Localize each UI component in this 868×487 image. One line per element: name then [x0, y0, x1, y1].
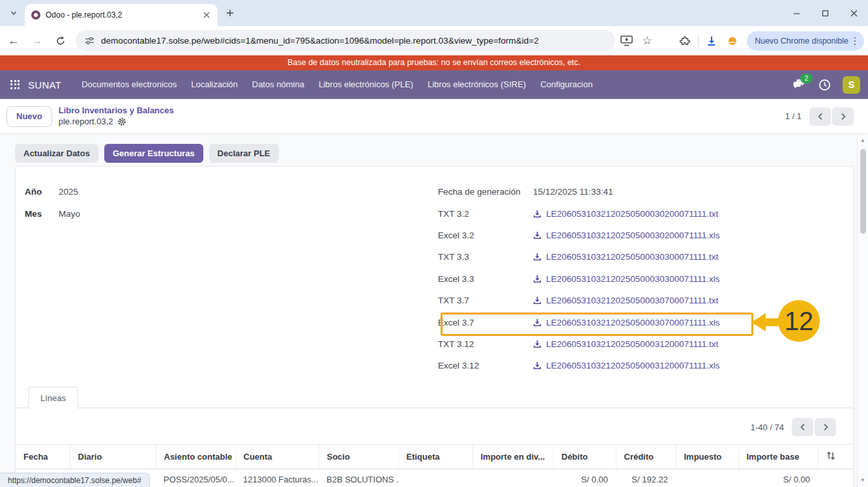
col-etiqueta[interactable]: Etiqueta: [398, 445, 472, 469]
control-panel: Nuevo Libro Inventarios y Balances ple.r…: [0, 99, 868, 134]
file-download-link[interactable]: LE2060531032120250500031200071111.xls: [533, 361, 720, 370]
download-icon: [533, 253, 542, 261]
tab-close-icon[interactable]: [201, 9, 212, 21]
downloads-icon[interactable]: [701, 31, 722, 51]
file-download-link[interactable]: LE2060531032120250500030300071111.xls: [533, 274, 720, 284]
lines-pager-next-button[interactable]: [815, 418, 836, 436]
file-row-txt37: TXT 3.7 LE206053103212025050003070007111…: [438, 290, 803, 311]
menu-libros-sire[interactable]: Libros electrónicos (SIRE): [420, 70, 533, 99]
field-label: TXT 3.3: [438, 252, 533, 262]
tab-search-button[interactable]: [5, 5, 22, 21]
col-socio[interactable]: Socio: [319, 445, 398, 469]
user-avatar[interactable]: S: [843, 76, 860, 94]
apps-grid-icon[interactable]: [10, 80, 20, 90]
col-debito[interactable]: Débito: [553, 445, 616, 469]
chat-unread-badge: 2: [800, 74, 813, 83]
pager-previous-button[interactable]: [809, 107, 831, 126]
cell-credito[interactable]: S/ 192.22: [616, 469, 676, 487]
menu-datos-nomina[interactable]: Datos nómina: [245, 70, 311, 99]
screenshot-root: Odoo - ple.report.03,2 ← → democontable1…: [0, 0, 868, 487]
new-tab-button[interactable]: [222, 5, 239, 21]
cell-asiento[interactable]: POSS/2025/05/0...: [156, 469, 235, 487]
menu-documentos-electronicos[interactable]: Documentos electronicos: [74, 70, 184, 99]
field-label: Excel 3.12: [438, 361, 533, 370]
col-credito[interactable]: Crédito: [616, 445, 676, 469]
back-icon[interactable]: ←: [4, 31, 23, 51]
actualizar-datos-button[interactable]: Actualizar Datos: [15, 144, 98, 163]
generation-date-label: Fecha de generación: [438, 187, 533, 197]
lines-pager-previous-button[interactable]: [792, 418, 813, 436]
cell-importe-divisa[interactable]: [472, 469, 553, 487]
col-fecha[interactable]: Fecha: [16, 445, 70, 469]
bookmark-star-icon[interactable]: ☆: [637, 31, 658, 51]
file-download-link[interactable]: LE2060531032120250500030200071111.xls: [533, 230, 720, 240]
generar-estructuras-button[interactable]: Generar Estructuras: [104, 144, 203, 163]
reload-icon[interactable]: [51, 31, 70, 51]
cell-impuesto[interactable]: [676, 469, 738, 487]
field-label: TXT 3.7: [438, 296, 533, 305]
annotation-step-number: 12: [785, 307, 814, 336]
scroll-up-icon[interactable]: ▲: [860, 136, 865, 145]
extension-badge-icon[interactable]: [722, 31, 743, 51]
plus-icon: [225, 8, 235, 18]
col-cuenta[interactable]: Cuenta: [235, 445, 319, 469]
url-text: democontable17.solse.pe/web#cids=1&menu_…: [101, 36, 539, 46]
cell-cuenta[interactable]: 1213000 Facturas...: [235, 469, 319, 487]
activity-clock-icon[interactable]: [818, 79, 831, 91]
col-options: [818, 445, 853, 469]
vertical-scrollbar[interactable]: ▲ ▼: [857, 134, 868, 487]
download-icon: [533, 361, 542, 370]
form-sheet: Año 2025 Mes Mayo Fecha de generación 15…: [15, 166, 854, 487]
adjust-columns-icon[interactable]: [826, 451, 835, 460]
menu-configuracion[interactable]: Configuracion: [533, 70, 600, 99]
file-name: LE2060531032120250500031200071111.txt: [546, 339, 718, 349]
file-download-link[interactable]: LE2060531032120250500030300071111.txt: [533, 252, 718, 262]
scrollbar-thumb[interactable]: [860, 149, 866, 234]
col-asiento[interactable]: Asiento contable: [156, 445, 235, 469]
col-importe-divisa[interactable]: Importe en div...: [472, 445, 553, 469]
window-close-icon[interactable]: [839, 0, 868, 26]
install-app-icon[interactable]: [616, 31, 637, 51]
maximize-icon[interactable]: [811, 0, 839, 26]
col-impuesto[interactable]: Impuesto: [676, 445, 738, 469]
tab-lineas[interactable]: Líneas: [28, 387, 78, 409]
file-download-link[interactable]: LE2060531032120250500031200071111.txt: [533, 339, 718, 349]
statusbar-buttons: Actualizar Datos Generar Estructuras Dec…: [15, 144, 279, 163]
browser-tab[interactable]: Odoo - ple.report.03,2: [25, 4, 218, 26]
form-view: Actualizar Datos Generar Estructuras Dec…: [0, 134, 868, 487]
menu-libros-ple[interactable]: Libros electrónicos (PLE): [311, 70, 420, 99]
menu-localizacion[interactable]: Localización: [184, 70, 245, 99]
extensions-icon[interactable]: [674, 31, 695, 51]
gear-icon[interactable]: [117, 117, 126, 126]
address-input[interactable]: democontable17.solse.pe/web#cids=1&menu_…: [76, 30, 615, 51]
file-row-txt32: TXT 3.2 LE206053103212025050003020007111…: [438, 202, 803, 224]
scroll-down-icon[interactable]: ▼: [860, 476, 865, 485]
file-download-link[interactable]: LE2060531032120250500030200071111.txt: [533, 209, 718, 219]
messages-button[interactable]: 2: [792, 78, 807, 91]
record-pager-value[interactable]: 1 / 1: [785, 111, 802, 121]
year-value[interactable]: 2025: [59, 187, 78, 197]
cell-etiqueta[interactable]: [398, 469, 472, 487]
month-field: Mes Mayo: [25, 202, 80, 224]
forward-icon[interactable]: →: [27, 31, 47, 51]
file-name: LE2060531032120250500030200071111.txt: [546, 209, 718, 219]
chrome-update-button[interactable]: Nuevo Chrome disponible ⋮: [747, 31, 864, 51]
col-diario[interactable]: Diario: [70, 445, 156, 469]
site-info-icon[interactable]: [85, 36, 94, 46]
month-value[interactable]: Mayo: [59, 209, 80, 219]
kebab-menu-icon[interactable]: ⋮: [848, 33, 861, 49]
browser-url-bar: ← → democontable17.solse.pe/web#cids=1&m…: [0, 26, 868, 55]
minimize-icon[interactable]: [782, 0, 811, 26]
new-record-button[interactable]: Nuevo: [7, 106, 52, 127]
neutralized-db-banner: Base de datos neutralizada para pruebas:…: [0, 55, 868, 70]
file-download-link[interactable]: LE2060531032120250500030700071111.txt: [533, 296, 718, 305]
brand-sunat[interactable]: SUNAT: [28, 79, 61, 90]
lines-pager-value[interactable]: 1-40 / 74: [751, 423, 784, 432]
cell-socio[interactable]: B2B SOLUTIONS ...: [319, 469, 398, 487]
cell-debito[interactable]: S/ 0.00: [553, 469, 616, 487]
cell-importe-base[interactable]: S/ 0.00: [738, 469, 818, 487]
breadcrumb-title[interactable]: Libro Inventarios y Balances: [59, 105, 174, 116]
pager-next-button[interactable]: [832, 107, 854, 126]
declarar-ple-button[interactable]: Declarar PLE: [209, 144, 279, 163]
col-importe-base[interactable]: Importe base: [738, 445, 818, 469]
